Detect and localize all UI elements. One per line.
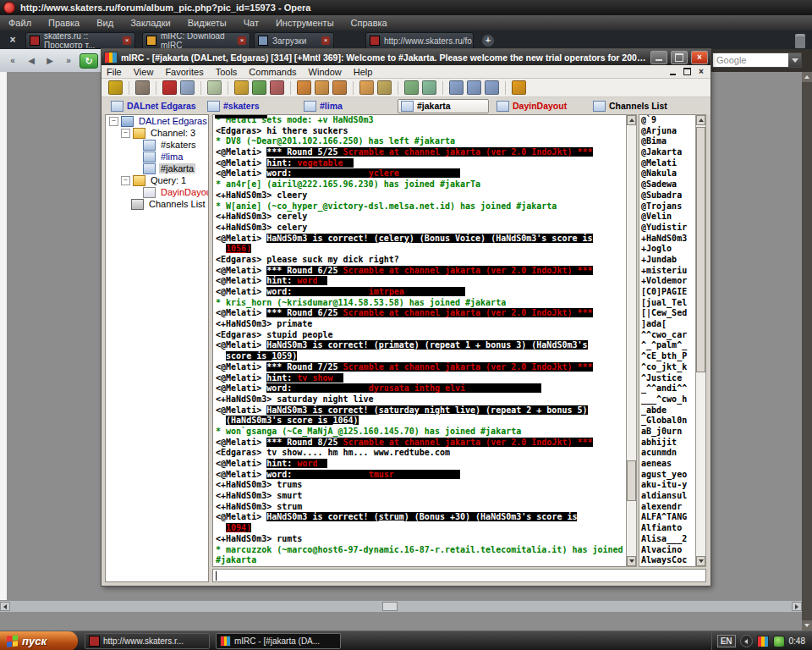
mirc-titlebar[interactable]: mIRC - [#jakarta (DALnet, Edgaras) [314]… [102,49,710,65]
nick-list-item[interactable]: [jual_Tel [639,298,695,309]
taskbar-button[interactable]: http://www.skaters.r... [85,633,210,649]
vertical-scrollbar[interactable] [802,72,812,631]
language-indicator[interactable]: EN [717,635,736,647]
tree-item[interactable]: −DALnet Edgaras [106,115,208,127]
opera-menu-item[interactable]: Чат [244,18,259,28]
start-button[interactable]: пуск [0,631,78,650]
nick-scroll-up-icon[interactable] [696,115,705,125]
chat-scroll-thumb[interactable] [627,460,636,501]
mdi-close-button[interactable]: × [695,67,707,77]
minimize-button[interactable] [650,51,667,64]
nick-list-item[interactable]: Alfianto [639,523,695,534]
nick-list-item[interactable]: Alisa___2 [639,534,695,545]
tab-close-icon[interactable]: × [123,36,131,45]
search-engine-dropdown[interactable] [788,53,801,67]
tray-mirc-icon[interactable] [757,636,769,647]
nicklist-scrollbar[interactable] [695,114,706,567]
fast-forward-icon[interactable]: » [61,54,76,68]
back-icon[interactable]: ◀ [24,54,39,68]
tree-item[interactable]: −Query: 1 [106,174,208,186]
nick-list-item[interactable]: ^_^palm^_ [639,340,695,351]
notify-icon[interactable] [332,80,347,95]
url-list-icon[interactable] [180,80,195,95]
mirc-menu-item[interactable]: Window [309,67,342,77]
switchbar-tab[interactable]: #jakarta [398,99,489,113]
mirc-menu-item[interactable]: Favorites [165,67,203,77]
keys-icon[interactable] [377,80,392,95]
nick-list-item[interactable]: @Nakula [639,168,695,179]
maximize-button[interactable] [671,51,688,64]
nick-list-item[interactable]: AlwaysCoc [639,555,695,566]
tree-item[interactable]: Channels List [106,198,208,210]
opera-menu-item[interactable]: Инструменты [276,18,334,28]
switchbar-tab[interactable]: #lima [301,99,392,113]
nick-list-item[interactable]: ^co_jkt_k [639,362,695,373]
colors-icon[interactable] [270,80,284,95]
nick-list-item[interactable]: @Subadra [639,190,695,201]
help-icon[interactable] [512,80,526,95]
scroll-left-icon[interactable] [0,602,10,611]
browser-tab[interactable]: skaters.ru :: Просмотр т...× [25,32,135,49]
switchbar-tab[interactable]: DALnet Edgaras [108,99,200,113]
nick-list-item[interactable]: acunmdn [639,448,695,459]
opera-menu-item[interactable]: Вид [96,18,113,28]
switchbar-tab[interactable]: Channels List [590,99,682,113]
query-user-icon[interactable] [315,80,329,95]
nick-list-item[interactable]: aldiansul [639,491,695,502]
new-tab-button[interactable]: + [482,35,494,47]
tree-item[interactable]: DayinDayout [106,186,208,198]
nick-list-item[interactable]: aB_j0urn [639,427,695,438]
search-input[interactable]: Google [713,55,788,65]
horizontal-scroll-thumb[interactable] [382,602,398,611]
trash-icon[interactable] [795,34,805,48]
mirc-menu-item[interactable]: Commands [249,67,296,77]
nick-list-item[interactable]: @Bima [639,136,695,147]
nick-list-item[interactable]: _abde [639,405,695,416]
nick-list-item[interactable]: ALFA^TANG [639,512,695,523]
nick-list-item[interactable]: +Joglo [639,244,695,255]
timer-icon[interactable] [252,80,266,95]
search-box[interactable]: Google [712,52,802,68]
mirc-menu-item[interactable]: Help [354,67,373,77]
nick-list-item[interactable]: +Voldemor [639,276,695,287]
chat-scroll-up-icon[interactable] [627,115,636,125]
mirc-menu-item[interactable]: File [107,67,122,77]
panels-toggle-icon[interactable]: × [5,33,20,47]
mirc-menu-item[interactable]: View [134,67,154,77]
tree-expander-icon[interactable]: − [121,176,130,185]
browser-tab[interactable]: http://www.skaters.ru/fo...× [365,32,474,49]
opera-menu-item[interactable]: Закладки [130,18,171,28]
nick-list-item[interactable]: aeneas [639,459,695,470]
nick-list-item[interactable]: _Global0n [639,416,695,427]
switchbar-tab[interactable]: DayinDayout [494,99,585,113]
nick-list-item[interactable]: [C0]PAGIE [639,287,695,298]
taskbar-button[interactable]: mIRC - [#jakarta (DA... [216,633,341,649]
nick-list-item[interactable]: +misteriu [639,266,695,277]
nick-list-item[interactable]: @Arjuna [639,126,695,137]
nick-list-item[interactable]: ^Justice [639,373,695,384]
nick-list-item[interactable]: _^^andi^^ [639,383,695,394]
nick-list-item[interactable]: agust_yeo [639,470,695,481]
scroll-right-icon[interactable] [792,602,802,611]
rewind-icon[interactable]: « [5,54,20,68]
nick-list-item[interactable]: ^cE_bth_P [639,351,695,362]
tree-item[interactable]: #jakarta [106,162,208,174]
nick-list-item[interactable]: @Melati [639,158,695,169]
connect-icon[interactable] [108,80,123,95]
nick-list-item[interactable]: aku-itu-y [639,480,695,491]
tree-item[interactable]: −Channel: 3 [106,127,208,139]
address-book-icon[interactable] [234,80,249,95]
scroll-down-icon[interactable] [802,620,812,631]
opera-menu-item[interactable]: Файл [8,18,31,28]
nick-list-item[interactable]: +HaNdS0m3 [639,234,695,245]
tree-expander-icon[interactable]: − [121,129,130,138]
nick-list-item[interactable]: alexendr [639,502,695,513]
cascade-icon[interactable] [449,80,464,95]
nick-list-item[interactable]: ^^cwo_car [639,330,695,341]
nick-list-item[interactable]: ]ada[ [639,319,695,330]
forward-icon[interactable]: ▶ [42,54,58,68]
close-button[interactable]: × [691,51,708,64]
nick-list-item[interactable]: ___^cwo_h [639,394,695,405]
mdi-minimize-button[interactable] [667,67,678,77]
nick-list-item[interactable]: abhijit [639,438,695,449]
